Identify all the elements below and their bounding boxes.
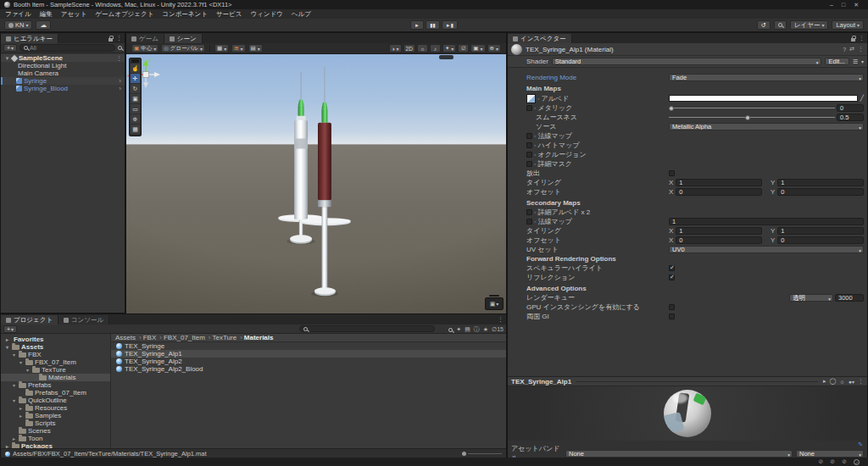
foldout-triangle[interactable]: ▾ — [4, 344, 10, 350]
tree-item[interactable]: ▸ Toon — [1, 435, 110, 442]
camera-settings-dropdown[interactable]: ▣ ▾ — [470, 44, 485, 53]
shader-dropdown[interactable]: Standard — [552, 58, 821, 65]
measure-snap-button[interactable]: ▤ ▾ — [248, 44, 263, 53]
secondary-offset-y[interactable]: 0 — [777, 236, 864, 244]
effects-dropdown[interactable]: ✦ ▾ — [442, 44, 456, 53]
tab-hierarchy[interactable]: ヒエラルキー — [1, 34, 58, 43]
source-dropdown[interactable]: Metallic Alpha — [669, 123, 864, 130]
asset-item[interactable]: TEX_Syringe_Alp2_Blood — [111, 365, 506, 373]
pause-button[interactable]: ▮▮ — [426, 20, 440, 30]
panel-menu-icon[interactable]: ⋮ — [498, 316, 504, 323]
scene-menu-icon[interactable]: ⋮ — [116, 55, 125, 62]
play-button[interactable]: ► — [410, 20, 424, 30]
preview-viewport[interactable] — [508, 386, 867, 441]
asset-item[interactable]: TEX_Syringe — [111, 342, 506, 350]
gpu-instancing-checkbox[interactable] — [669, 304, 675, 310]
thumbnail-size-slider[interactable] — [462, 452, 502, 456]
add-asset-button[interactable]: + ▾ — [3, 325, 17, 333]
lock-icon[interactable] — [851, 38, 855, 42]
reflections-checkbox[interactable] — [669, 275, 675, 280]
main-tiling-x[interactable]: 1 — [676, 179, 762, 186]
search-filter-icon[interactable] — [118, 46, 122, 50]
tab-console[interactable]: コンソール — [58, 315, 109, 325]
albedo-color-field[interactable] — [669, 95, 858, 102]
maximize-button[interactable]: □ — [842, 2, 845, 8]
menu-item[interactable]: ヘルプ — [292, 10, 311, 19]
height-map-checkbox[interactable] — [526, 142, 532, 148]
normal-map-checkbox[interactable] — [526, 133, 532, 139]
foldout-triangle[interactable]: ▸ — [11, 435, 17, 441]
main-tiling-y[interactable]: 1 — [777, 179, 864, 186]
tree-item[interactable]: Scenes — [1, 427, 110, 435]
tree-item[interactable]: ▸ Resources — [1, 404, 110, 412]
prefab-arrow[interactable]: › — [119, 77, 125, 85]
preview-splitter[interactable] — [576, 381, 818, 382]
edit-pen-icon[interactable]: ✎ — [858, 441, 863, 448]
foldout-triangle[interactable]: ▾ — [18, 359, 24, 365]
panel-menu-icon[interactable]: ⋮ — [859, 35, 865, 42]
step-button[interactable]: ►▮ — [442, 20, 458, 30]
hierarchy-search-input[interactable]: All — [19, 44, 115, 52]
label-filter-icon[interactable]: ▤ — [465, 326, 470, 333]
favorites-star-icon[interactable]: ★ — [483, 326, 488, 333]
tree-item[interactable]: Scripts — [1, 419, 110, 427]
prefab-arrow[interactable]: › — [119, 85, 125, 92]
orientation-dropdown[interactable]: ◎ グローバル ▾ — [161, 44, 205, 53]
progress-check-icon[interactable]: ✓ — [854, 459, 860, 465]
search-button[interactable] — [774, 20, 787, 30]
cloud-button[interactable]: ☁ — [36, 20, 51, 30]
tree-item[interactable]: Prefabs_07_Item — [1, 389, 110, 397]
burger-menu-icon[interactable]: ☰ — [853, 58, 858, 65]
menu-item[interactable]: ゲームオブジェクト — [95, 10, 153, 19]
render-queue-value[interactable]: 3000 — [835, 294, 864, 302]
shading-mode-dropdown[interactable]: ◑ ▾ — [389, 44, 402, 53]
tab-game[interactable]: ゲーム — [126, 34, 164, 43]
collab-off-icon[interactable]: ⊘ — [842, 458, 847, 465]
panel-menu-icon[interactable]: ⋮ — [116, 35, 122, 42]
increment-snap-button[interactable]: ⊞ ▾ — [231, 44, 245, 53]
hierarchy-item[interactable]: Main Camera — [1, 69, 125, 77]
lighting-toggle[interactable]: ☼ — [417, 44, 428, 53]
gizmos-dropdown[interactable]: ⊕ ▾ — [487, 44, 501, 53]
camera-preview-widget[interactable]: ▣ ▾ — [485, 297, 504, 310]
add-object-button[interactable]: + ▾ — [3, 44, 17, 52]
menu-item[interactable]: ウィンドウ — [250, 10, 282, 19]
secondary-normal-checkbox[interactable] — [526, 219, 532, 225]
detail-mask-checkbox[interactable] — [526, 161, 532, 167]
pivot-mode-dropdown[interactable]: ▣ 中心 ▾ — [131, 44, 159, 53]
minimize-button[interactable]: – — [830, 2, 833, 8]
overlay-handle[interactable] — [439, 55, 453, 59]
foldout-triangle[interactable]: ▸ — [4, 443, 10, 448]
info-icon[interactable]: ⓘ — [474, 325, 480, 334]
assetbundle-dropdown[interactable]: None — [565, 450, 793, 458]
menu-item[interactable]: コンポーネント — [162, 10, 208, 19]
2d-toggle[interactable]: 2D — [403, 44, 415, 53]
hand-tool-button[interactable]: ☝ — [131, 64, 140, 73]
tree-item[interactable]: ▸ Samples — [1, 412, 110, 419]
foldout-triangle[interactable]: ▾ — [11, 397, 17, 403]
tree-item[interactable]: ▸ Favorites — [1, 336, 110, 343]
rotate-tool-button[interactable]: ↻ — [131, 84, 140, 93]
metallic-value[interactable]: 0 — [837, 104, 864, 112]
preview-play-icon[interactable]: ▸ — [823, 378, 826, 385]
emission-checkbox[interactable] — [669, 170, 675, 176]
render-queue-dropdown[interactable]: 透明 — [789, 294, 833, 302]
asset-item[interactable]: TEX_Syringe_Alp2 — [111, 358, 506, 365]
foldout-triangle[interactable]: ▾ — [11, 382, 17, 388]
layout-dropdown[interactable]: Layout ▾ — [832, 20, 864, 30]
audio-toggle[interactable]: ♪ — [430, 44, 441, 53]
tree-item[interactable]: ▾ QuickOutline — [1, 397, 110, 404]
tab-inspector[interactable]: インスペクター — [508, 34, 572, 43]
package-filter-icon[interactable]: ✦ — [456, 326, 461, 333]
asset-item[interactable]: TEX_Syringe_Alp1 — [111, 350, 506, 358]
detail-albedo-checkbox[interactable] — [526, 209, 532, 215]
move-tool-button[interactable]: ✛ — [131, 74, 140, 83]
layers-dropdown[interactable]: レイヤー ▾ — [790, 20, 829, 30]
foldout-triangle[interactable]: ▸ — [18, 405, 24, 411]
preview-mesh-icon[interactable]: ◯ — [829, 378, 836, 385]
secondary-tiling-x[interactable]: 1 — [676, 227, 762, 235]
smoothness-slider[interactable] — [669, 114, 835, 121]
smoothness-value[interactable]: 0.5 — [837, 114, 864, 121]
foldout-triangle[interactable]: ▸ — [18, 413, 24, 419]
rect-tool-button[interactable]: ▭ — [131, 104, 140, 114]
